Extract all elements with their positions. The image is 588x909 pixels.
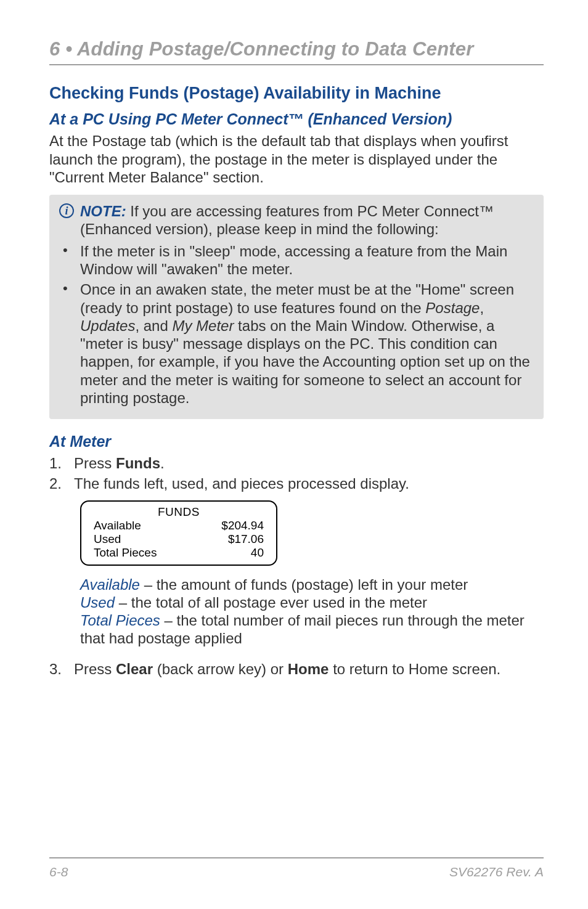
desc-used-text: – the total of all postage ever used in …: [115, 594, 427, 611]
note-first-line: i NOTE: If you are accessing features fr…: [59, 202, 533, 238]
step-1-pre: Press: [74, 455, 116, 471]
step-2-num: 2.: [49, 475, 74, 492]
desc-pieces-label: Total Pieces: [80, 612, 160, 629]
descriptions-block: Available – the amount of funds (postage…: [49, 576, 544, 648]
chapter-title: 6 • Adding Postage/Connecting to Data Ce…: [49, 38, 544, 60]
funds-used-label: Used: [94, 532, 121, 546]
note-intro-text: If you are accessing features from PC Me…: [80, 203, 494, 237]
desc-available: Available – the amount of funds (postage…: [80, 576, 544, 593]
note-bullet-list: If the meter is in "sleep" mode, accessi…: [59, 242, 533, 407]
desc-available-text: – the amount of funds (postage) left in …: [140, 576, 468, 593]
note-b2-c2: , and: [135, 317, 172, 334]
desc-available-label: Available: [80, 576, 140, 593]
step-1-num: 1.: [49, 454, 74, 472]
funds-row-used: Used $17.06: [94, 532, 264, 546]
funds-used-value: $17.06: [228, 532, 264, 546]
divider-bottom: [49, 857, 544, 858]
note-b2-i2: Updates: [80, 317, 135, 334]
funds-display-box: FUNDS Available $204.94 Used $17.06 Tota…: [80, 500, 277, 566]
note-b2-c1: ,: [480, 300, 484, 316]
step-2: 2. The funds left, used, and pieces proc…: [49, 475, 544, 492]
step-3-post: to return to Home screen.: [329, 661, 500, 677]
subsection-pc-title: At a PC Using PC Meter Connect™ (Enhance…: [49, 110, 544, 128]
step-3-pre: Press: [74, 661, 116, 677]
funds-title: FUNDS: [94, 505, 264, 519]
note-bullet-2: Once in an awaken state, the meter must …: [80, 280, 533, 407]
funds-row-available: Available $204.94: [94, 519, 264, 532]
doc-revision: SV62276 Rev. A: [449, 865, 544, 879]
section-title: Checking Funds (Postage) Availability in…: [49, 84, 544, 103]
funds-pieces-label: Total Pieces: [94, 546, 157, 560]
desc-pieces: Total Pieces – the total number of mail …: [80, 611, 544, 648]
step-3-b1: Clear: [116, 661, 153, 677]
note-b2-i3: My Meter: [172, 317, 234, 334]
note-b2-i1: Postage: [425, 300, 480, 316]
subsection-meter-title: At Meter: [49, 433, 544, 450]
page-number: 6-8: [49, 865, 68, 879]
note-box: i NOTE: If you are accessing features fr…: [49, 195, 544, 419]
step-1-content: Press Funds.: [74, 454, 544, 472]
page-container: 6 • Adding Postage/Connecting to Data Ce…: [0, 0, 588, 909]
desc-used-label: Used: [80, 594, 115, 611]
step-3-b2: Home: [288, 661, 329, 677]
step-3-mid: (back arrow key) or: [153, 661, 288, 677]
funds-available-label: Available: [94, 519, 141, 532]
footer-row: 6-8 SV62276 Rev. A: [49, 865, 544, 879]
funds-row-pieces: Total Pieces 40: [94, 546, 264, 560]
step-3: 3. Press Clear (back arrow key) or Home …: [49, 660, 544, 678]
step-1-post: .: [160, 455, 165, 471]
footer: 6-8 SV62276 Rev. A: [49, 857, 544, 879]
funds-available-value: $204.94: [221, 519, 264, 532]
step-3-content: Press Clear (back arrow key) or Home to …: [74, 660, 544, 678]
intro-paragraph: At the Postage tab (which is the default…: [49, 132, 544, 186]
note-label: NOTE:: [80, 203, 126, 219]
funds-pieces-value: 40: [251, 546, 264, 560]
step-2-content: The funds left, used, and pieces process…: [74, 475, 544, 492]
info-icon: i: [59, 203, 74, 218]
note-bullet-1: If the meter is in "sleep" mode, accessi…: [80, 242, 533, 279]
desc-used: Used – the total of all postage ever use…: [80, 593, 544, 611]
steps-list-cont: 3. Press Clear (back arrow key) or Home …: [49, 660, 544, 678]
divider-top: [49, 64, 544, 65]
step-1: 1. Press Funds.: [49, 454, 544, 472]
step-1-bold: Funds: [116, 455, 160, 471]
steps-list: 1. Press Funds. 2. The funds left, used,…: [49, 454, 544, 493]
step-3-num: 3.: [49, 660, 74, 678]
